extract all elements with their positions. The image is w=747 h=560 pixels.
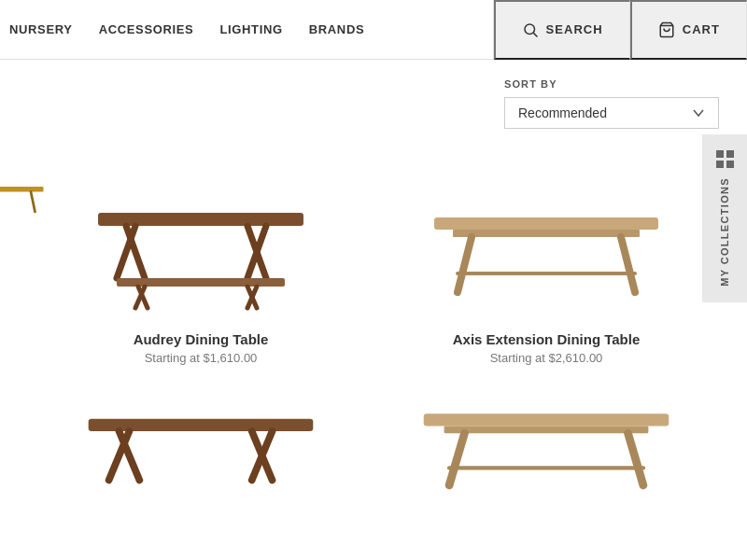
svg-rect-3 — [0, 187, 44, 191]
product-name-axis: Axis Extension Dining Table — [453, 331, 641, 347]
product-price-axis: Starting at $2,610.00 — [490, 351, 603, 365]
grid-dot-3 — [716, 161, 724, 168]
bottom-products-row — [28, 388, 719, 500]
collections-label: MY COLLECTIONS — [719, 177, 730, 287]
product-image-audrey — [37, 157, 364, 320]
svg-line-28 — [449, 433, 464, 485]
nav-item-lighting[interactable]: LIGHTING — [219, 22, 282, 36]
sort-selected: Recommended — [518, 105, 607, 120]
svg-rect-17 — [453, 230, 640, 237]
sort-dropdown[interactable]: Recommended — [504, 97, 719, 129]
sort-block: SORT BY Recommended — [504, 78, 719, 129]
svg-rect-26 — [424, 413, 669, 426]
search-icon — [522, 21, 539, 38]
svg-line-19 — [621, 237, 635, 292]
bottom-image-2 — [383, 398, 710, 491]
partial-left-product — [0, 139, 56, 302]
bottom-card-2[interactable] — [374, 388, 719, 500]
svg-rect-11 — [117, 278, 285, 287]
header: NURSERY ACCESSORIES LIGHTING BRANDS SEAR… — [0, 0, 747, 60]
grid-dot-1 — [716, 150, 724, 158]
grid-dot-4 — [726, 161, 734, 168]
grid-dot-2 — [726, 150, 734, 158]
svg-line-29 — [628, 433, 643, 485]
bottom-image-1 — [37, 398, 364, 491]
nav-item-brands[interactable]: BRANDS — [309, 22, 365, 36]
svg-line-5 — [31, 191, 35, 212]
cart-label: CART — [683, 22, 720, 36]
product-card-axis[interactable]: Axis Extension Dining Table Starting at … — [374, 147, 719, 384]
nav-item-accessories[interactable]: ACCESSORIES — [99, 22, 194, 36]
search-label: SEARCH — [546, 22, 603, 36]
sort-label: SORT BY — [504, 78, 719, 90]
product-name-audrey: Audrey Dining Table — [134, 331, 269, 347]
svg-rect-6 — [98, 213, 303, 226]
nav-item-nursery[interactable]: NURSERY — [9, 22, 73, 36]
chevron-down-icon — [692, 106, 705, 119]
svg-line-18 — [458, 237, 472, 292]
product-image-axis — [383, 157, 710, 320]
cart-icon — [658, 21, 675, 38]
main-area: SORT BY Recommended — [0, 60, 747, 500]
search-button[interactable]: SEARCH — [494, 0, 630, 60]
svg-point-0 — [525, 24, 535, 35]
my-collections-panel[interactable]: MY COLLECTIONS — [702, 134, 747, 302]
svg-rect-27 — [444, 426, 649, 433]
cart-button[interactable]: CART — [630, 0, 747, 60]
product-price-audrey: Starting at $1,610.00 — [145, 351, 258, 365]
content-area: SORT BY Recommended — [0, 60, 747, 500]
svg-line-1 — [533, 33, 537, 36]
header-actions: SEARCH CART — [493, 0, 747, 60]
sort-area: SORT BY Recommended — [28, 60, 719, 138]
collections-grid-icon — [716, 150, 734, 168]
bottom-card-1[interactable] — [28, 388, 374, 500]
main-nav: NURSERY ACCESSORIES LIGHTING BRANDS — [0, 22, 493, 36]
product-card-audrey[interactable]: Audrey Dining Table Starting at $1,610.0… — [28, 147, 374, 384]
products-grid: Audrey Dining Table Starting at $1,610.0… — [28, 147, 719, 384]
svg-rect-16 — [434, 217, 658, 230]
